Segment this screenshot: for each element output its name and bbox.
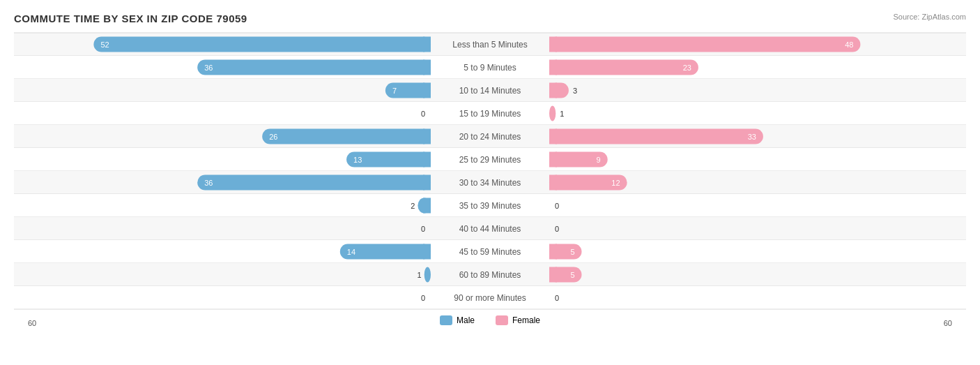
female-bar [549,60,698,75]
male-value-label: 36 [204,179,213,187]
male-bar-cap [423,129,431,144]
male-bar-cap [423,244,431,260]
row-label: 5 to 9 Minutes [464,63,516,73]
female-value-label: 48 [845,40,853,49]
male-zero-label: 0 [421,294,425,302]
male-zero-label: 0 [421,225,425,233]
female-bar-cap [549,60,557,75]
female-bar-cap [549,152,557,167]
row-label: 40 to 44 Minutes [459,224,521,234]
row-label: 60 to 89 Minutes [459,270,521,280]
row-label: 25 to 29 Minutes [459,155,521,165]
female-bar-cap [549,83,557,98]
male-value-label: 14 [347,248,355,256]
female-zero-label: 0 [555,294,559,302]
source-text: Source: ZipAtlas.com [893,13,966,21]
male-value-label: 2 [411,202,415,210]
male-value-label: 36 [204,64,213,72]
row-label: 10 to 14 Minutes [459,86,521,96]
female-bar-cap [549,37,557,52]
male-value-label: 1 [418,271,422,279]
female-zero-label: 0 [555,225,559,233]
female-value-label: 33 [748,133,756,141]
female-bar [549,106,556,121]
female-bar-cap [549,267,557,283]
male-bar [197,175,431,191]
male-bar-cap [423,198,431,214]
male-value-label: 7 [392,87,397,95]
axis-right-label: 60 [944,319,952,327]
female-value-label: 12 [611,179,620,187]
female-bar-cap [549,129,557,144]
female-bar [549,37,860,52]
female-zero-label: 0 [555,202,559,210]
female-value-label: 23 [683,64,691,72]
female-bar-cap [549,175,557,191]
row-label: 15 to 19 Minutes [459,109,521,119]
male-value-label: 52 [100,40,109,49]
male-value-label: 13 [353,156,362,164]
male-bar [93,37,431,52]
chart-area: 5248Less than 5 Minutes36235 to 9 Minute… [14,30,966,313]
male-value-label: 26 [269,133,277,141]
female-value-label: 5 [570,248,574,256]
row-label: 20 to 24 Minutes [459,132,521,142]
row-label: 90 or more Minutes [454,293,526,303]
male-bar [197,60,431,75]
female-value-label: 3 [573,87,577,95]
male-bar-cap [423,60,431,75]
row-label: 45 to 59 Minutes [459,247,521,257]
row-label: 30 to 34 Minutes [459,178,521,188]
male-bar [424,267,431,283]
axis-left-label: 60 [28,319,36,327]
chart-svg: 5248Less than 5 Minutes36235 to 9 Minute… [14,30,966,333]
chart-container: COMMUTE TIME BY SEX IN ZIP CODE 79059 So… [0,0,980,365]
row-label: 35 to 39 Minutes [459,201,521,211]
female-value-label: 1 [560,110,564,118]
female-bar-cap [549,244,557,260]
row-label: Less than 5 Minutes [452,40,527,50]
female-value-label: 9 [597,156,601,164]
male-bar-cap [423,83,431,98]
male-bar-cap [423,175,431,191]
male-bar-cap [423,37,431,52]
male-bar [262,129,431,144]
female-value-label: 5 [570,271,574,279]
female-bar [549,129,763,144]
chart-title: COMMUTE TIME BY SEX IN ZIP CODE 79059 [14,13,966,24]
male-zero-label: 0 [421,110,425,118]
male-bar-cap [423,152,431,167]
